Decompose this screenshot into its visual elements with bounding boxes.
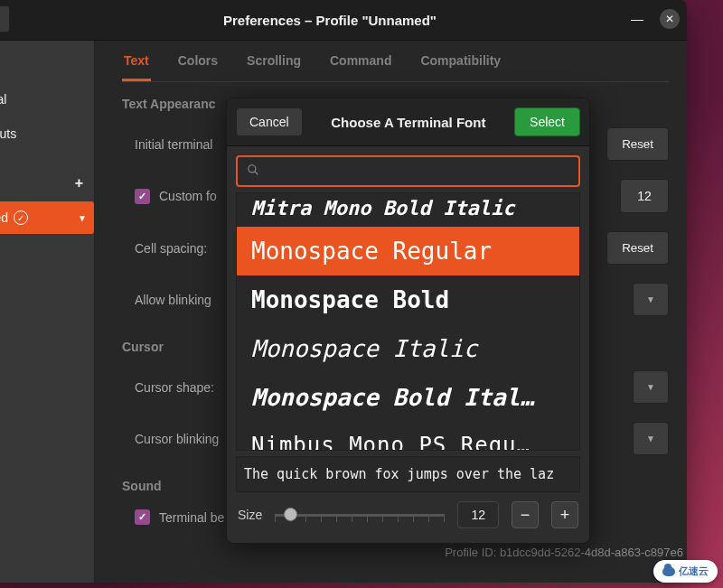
cancel-button[interactable]: Cancel bbox=[236, 107, 303, 136]
window-title: Preferences – Profile "Unnamed" bbox=[223, 13, 437, 28]
sidebar-item-global[interactable]: al bbox=[0, 48, 94, 82]
tab-scrolling[interactable]: Scrolling bbox=[245, 53, 303, 81]
watermark: 亿速云 bbox=[653, 560, 718, 583]
size-plus-button[interactable]: + bbox=[551, 501, 578, 528]
select-button[interactable]: Select bbox=[514, 107, 580, 136]
font-size-value[interactable]: 12 bbox=[620, 179, 669, 213]
titlebar: elp Preferences – Profile "Unnamed" — ✕ bbox=[0, 0, 687, 41]
reset-initial-button[interactable]: Reset bbox=[606, 127, 669, 161]
blink-dropdown[interactable]: ▼ bbox=[633, 283, 669, 316]
tabs: Text Colors Scrolling Command Compatibil… bbox=[122, 41, 669, 82]
font-picker-dialog: Cancel Choose A Terminal Font Select Mit… bbox=[226, 98, 590, 544]
search-icon bbox=[247, 163, 259, 179]
font-preview: The quick brown fox jumps over the laz bbox=[236, 456, 580, 492]
size-value[interactable]: 12 bbox=[457, 501, 499, 528]
font-option[interactable]: Monospace Italic bbox=[237, 324, 579, 373]
font-option[interactable]: Monospace Bold Ital… bbox=[237, 373, 579, 422]
tab-colors[interactable]: Colors bbox=[176, 53, 220, 81]
check-icon: ✓ bbox=[14, 210, 28, 225]
font-option-selected[interactable]: Monospace Regular bbox=[237, 227, 579, 275]
sidebar-group-profiles: iles + bbox=[0, 165, 94, 201]
size-label: Size bbox=[238, 508, 262, 522]
size-minus-button[interactable]: − bbox=[512, 501, 539, 528]
sidebar: al eral rtcuts iles + amed ✓ ▼ bbox=[0, 41, 95, 583]
cursor-blink-dropdown[interactable]: ▼ bbox=[633, 422, 669, 455]
size-row: Size 12 − + bbox=[236, 492, 580, 534]
sidebar-item-shortcuts[interactable]: rtcuts bbox=[0, 117, 94, 151]
chevron-down-icon[interactable]: ▼ bbox=[78, 213, 87, 223]
reset-cell-button[interactable]: Reset bbox=[606, 231, 669, 265]
font-option[interactable]: Monospace Bold bbox=[237, 275, 579, 324]
dialog-header: Cancel Choose A Terminal Font Select bbox=[227, 98, 589, 146]
terminal-bell-checkbox[interactable]: ✓ bbox=[135, 509, 150, 525]
profile-id: Profile ID: b1dcc9dd-5262-4d8d-a863-c897… bbox=[445, 546, 683, 559]
svg-line-1 bbox=[255, 172, 258, 175]
font-list[interactable]: Mitra Mono Bold Italic Monospace Regular… bbox=[236, 192, 580, 451]
font-option[interactable]: Mitra Mono Bold Italic bbox=[237, 193, 579, 227]
search-input[interactable] bbox=[267, 164, 569, 179]
size-slider[interactable] bbox=[275, 506, 445, 524]
close-icon[interactable]: ✕ bbox=[660, 9, 680, 29]
tab-command[interactable]: Command bbox=[328, 53, 393, 81]
cloud-icon bbox=[662, 567, 675, 576]
font-option[interactable]: Nimbus Mono PS Regu… bbox=[237, 422, 579, 451]
dialog-title: Choose A Terminal Font bbox=[331, 115, 485, 130]
tab-text[interactable]: Text bbox=[122, 53, 151, 81]
tab-compatibility[interactable]: Compatibility bbox=[418, 53, 502, 81]
add-profile-icon[interactable]: + bbox=[75, 175, 83, 191]
custom-font-checkbox[interactable]: ✓ bbox=[135, 189, 150, 204]
minimize-icon[interactable]: — bbox=[631, 12, 643, 26]
svg-point-0 bbox=[249, 165, 256, 173]
sidebar-item-unnamed[interactable]: amed ✓ ▼ bbox=[0, 201, 94, 234]
help-button[interactable]: elp bbox=[0, 5, 10, 33]
sidebar-item-general[interactable]: eral bbox=[0, 82, 94, 117]
font-search[interactable] bbox=[236, 155, 580, 187]
cursor-shape-dropdown[interactable]: ▼ bbox=[633, 370, 669, 404]
